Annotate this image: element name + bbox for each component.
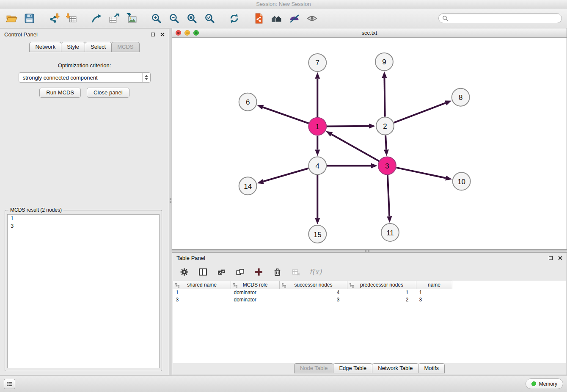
tab-mcds[interactable]: MCDS — [112, 42, 139, 52]
home-button[interactable] — [270, 12, 283, 25]
save-session-button[interactable] — [23, 12, 36, 25]
graph-node-label-6: 6 — [246, 98, 250, 106]
close-window-icon[interactable] — [176, 30, 181, 36]
export-image-icon — [126, 13, 138, 24]
criterion-select[interactable]: strongly connected component — [19, 72, 151, 83]
tab-node-table[interactable]: Node Table — [294, 363, 334, 373]
graph-edge-2-9[interactable] — [384, 78, 385, 117]
memory-status-icon — [531, 381, 536, 386]
task-history-button[interactable] — [4, 379, 15, 389]
combo-arrows-icon — [142, 73, 150, 82]
unselect-all-icon — [236, 268, 245, 276]
run-mcds-button[interactable]: Run MCDS — [39, 88, 81, 98]
refresh-icon — [228, 13, 240, 24]
plus-icon — [254, 268, 263, 276]
column-header-name[interactable]: name — [416, 281, 452, 289]
column-header-predecessor-nodes[interactable]: predecessor nodes — [347, 281, 416, 289]
table-row[interactable]: 3dominator323 — [173, 296, 567, 304]
import-table-icon — [66, 13, 77, 24]
cell-shared_name[interactable]: 3 — [173, 296, 231, 304]
float-panel-icon[interactable] — [151, 33, 155, 36]
cell-name[interactable]: 3 — [416, 296, 452, 304]
node-table-container: shared name MCDS role successor nodes pr… — [173, 281, 566, 363]
function-builder-button[interactable]: f(x) — [309, 268, 322, 276]
network-canvas[interactable]: 7968124314101511 — [172, 38, 567, 249]
select-all-button[interactable] — [216, 267, 226, 277]
edge-arrowhead — [382, 72, 387, 78]
network-view-window: scc.txt 7968124314101511 — [172, 28, 567, 250]
graph-edge-1-6[interactable] — [263, 107, 308, 123]
graph-edge-3-1[interactable] — [331, 134, 379, 161]
network-graph: 7968124314101511 — [172, 38, 567, 249]
table-row[interactable]: 1dominator411 — [173, 289, 567, 296]
memory-button[interactable]: Memory — [526, 378, 563, 389]
tab-network[interactable]: Network — [29, 42, 61, 52]
graph-edge-3-11[interactable] — [388, 175, 389, 216]
maximize-window-icon[interactable] — [193, 30, 199, 36]
show-columns-button[interactable] — [198, 267, 208, 277]
apply-layout-button[interactable] — [228, 12, 240, 25]
export-network-button[interactable] — [90, 12, 102, 25]
edge-arrowhead — [326, 131, 333, 137]
control-panel-title: Control Panel — [4, 31, 38, 38]
import-table-button[interactable] — [65, 12, 78, 25]
export-image-button[interactable] — [125, 12, 138, 25]
minimize-window-icon[interactable] — [184, 30, 190, 36]
cell-successor_nodes[interactable]: 3 — [280, 296, 347, 304]
cell-predecessor_nodes[interactable]: 2 — [347, 296, 416, 304]
vizmapper-button[interactable] — [288, 12, 300, 25]
delete-table-icon — [292, 268, 300, 276]
graph-node-label-2: 2 — [383, 122, 387, 130]
cell-successor_nodes[interactable]: 4 — [280, 289, 347, 296]
cell-name[interactable]: 1 — [416, 289, 452, 296]
graph-edge-4-14[interactable] — [263, 168, 308, 182]
close-panel-button[interactable]: Close panel — [87, 88, 129, 98]
close-table-panel-icon[interactable] — [558, 256, 562, 260]
delete-table-button[interactable] — [291, 267, 301, 277]
tab-motifs[interactable]: Motifs — [418, 363, 445, 373]
add-column-button[interactable] — [253, 267, 264, 277]
cell-mcds_role[interactable]: dominator — [231, 296, 280, 304]
zoom-out-button[interactable] — [168, 12, 180, 25]
criterion-selected-value: strongly connected component — [23, 75, 98, 81]
graph-edge-3-10[interactable] — [396, 168, 446, 178]
eye-icon — [306, 13, 318, 24]
open-session-button[interactable] — [5, 12, 18, 25]
cell-mcds_role[interactable]: dominator — [231, 289, 280, 296]
window-controls — [176, 30, 199, 36]
zoom-in-button[interactable] — [150, 12, 162, 25]
show-graphics-button[interactable] — [306, 12, 318, 25]
search-input[interactable] — [438, 13, 562, 23]
column-header-successor-nodes[interactable]: successor nodes — [280, 281, 347, 289]
graph-edge-1-2[interactable] — [327, 126, 369, 127]
export-table-button[interactable] — [107, 12, 120, 25]
search-icon — [442, 15, 448, 21]
table-settings-button[interactable] — [179, 267, 189, 277]
zoom-fit-button[interactable] — [185, 12, 198, 25]
tab-style[interactable]: Style — [61, 42, 85, 52]
graph-node-label-1: 1 — [316, 123, 319, 131]
close-panel-icon[interactable] — [160, 32, 165, 37]
import-network-button[interactable] — [47, 12, 60, 25]
zoom-selected-button[interactable] — [203, 12, 216, 25]
mcds-result-item[interactable]: 1 — [8, 215, 159, 222]
mcds-result-list[interactable]: 13 — [7, 214, 160, 368]
cell-shared_name[interactable]: 1 — [173, 289, 231, 296]
mcds-result-item[interactable]: 3 — [8, 222, 159, 230]
float-table-panel-icon[interactable] — [549, 256, 553, 260]
unselect-all-button[interactable] — [235, 267, 245, 277]
delete-column-button[interactable] — [272, 267, 282, 277]
document-share-button[interactable] — [252, 12, 265, 25]
column-type-icon — [281, 283, 286, 288]
control-panel: Control Panel Network Style Select MCDS … — [0, 29, 169, 375]
graph-edge-2-8[interactable] — [394, 103, 446, 123]
column-header-mcds-role[interactable]: MCDS role — [231, 281, 280, 289]
graph-edge-2-3[interactable] — [385, 135, 386, 150]
tab-network-table[interactable]: Network Table — [372, 363, 418, 373]
column-header-shared-name[interactable]: shared name — [173, 281, 231, 289]
network-window-titlebar[interactable]: scc.txt — [172, 28, 567, 38]
cell-predecessor_nodes[interactable]: 1 — [347, 289, 416, 296]
tab-edge-table[interactable]: Edge Table — [333, 363, 372, 373]
graph-node-label-3: 3 — [385, 162, 389, 170]
tab-select[interactable]: Select — [85, 42, 112, 52]
